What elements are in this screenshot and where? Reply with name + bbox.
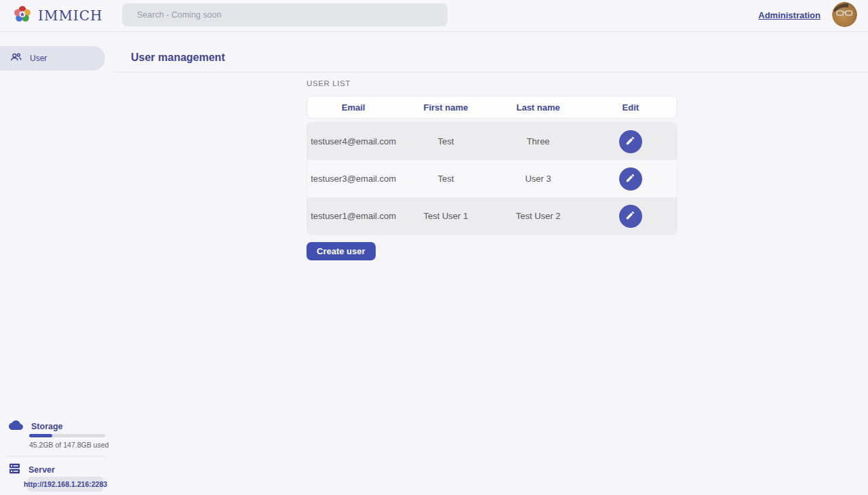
user-table: Email First name Last name Edit testuser… [307,96,677,235]
sidebar-divider [5,456,105,456]
administration-link[interactable]: Administration [758,10,821,20]
cell-email: testuser3@email.com [307,174,399,184]
table-row: testuser3@email.com Test User 3 [307,160,677,197]
pencil-icon [625,210,635,222]
app-logo[interactable]: IMMICH [12,4,103,27]
column-header-email: Email [307,102,399,113]
edit-user-button[interactable] [619,167,642,191]
title-divider [115,72,868,73]
server-title: Server [28,465,55,475]
cell-last-name: User 3 [492,174,585,184]
user-list-label: USER LIST [307,79,351,87]
user-avatar[interactable] [832,2,857,27]
column-header-first-name: First name [399,102,492,113]
storage-widget: Storage 45.2GB of 147.8GB used [0,420,105,433]
sidebar-item-user[interactable]: User [0,46,105,71]
storage-progress-bar [29,434,105,437]
edit-user-button[interactable] [619,130,642,153]
table-body: testuser4@email.com Test Three [307,122,677,235]
server-widget: Server http://192.168.1.216:2283 Status … [0,463,105,477]
column-header-edit: Edit [585,102,677,113]
table-header-row: Email First name Last name Edit [307,96,677,119]
cell-email: testuser4@email.com [307,136,399,146]
server-icon [9,463,20,477]
create-user-button[interactable]: Create user [307,242,376,260]
cell-first-name: Test [399,174,492,184]
immich-admin-page: IMMICH Administration [0,0,868,495]
top-navbar: IMMICH Administration [0,0,868,32]
main-content: User management USER LIST Email First na… [105,32,868,495]
edit-user-button[interactable] [619,205,642,228]
cell-email: testuser1@email.com [307,211,399,221]
sidebar: User Storage 45.2GB of 147.8GB used [0,32,105,495]
page-title: User management [131,52,225,64]
storage-usage-text: 45.2GB of 147.8GB used [29,441,108,449]
cell-last-name: Test User 2 [492,211,585,221]
pencil-icon [625,136,635,148]
immich-flower-icon [12,4,33,27]
cell-first-name: Test [399,136,492,146]
storage-title: Storage [31,422,63,431]
storage-progress-fill [29,434,52,437]
pencil-icon [625,173,635,185]
cloud-icon [9,420,23,433]
users-icon [10,52,22,64]
column-header-last-name: Last name [492,102,585,113]
table-row: testuser1@email.com Test User 1 Test Use… [307,197,677,235]
cell-first-name: Test User 1 [399,211,492,221]
table-row: testuser4@email.com Test Three [307,123,677,160]
sidebar-item-label: User [30,54,47,63]
server-url-badge: http://192.168.1.216:2283 [27,477,104,492]
search-input[interactable] [122,3,448,26]
cell-last-name: Three [492,136,585,146]
logo-wordmark: IMMICH [38,7,103,24]
